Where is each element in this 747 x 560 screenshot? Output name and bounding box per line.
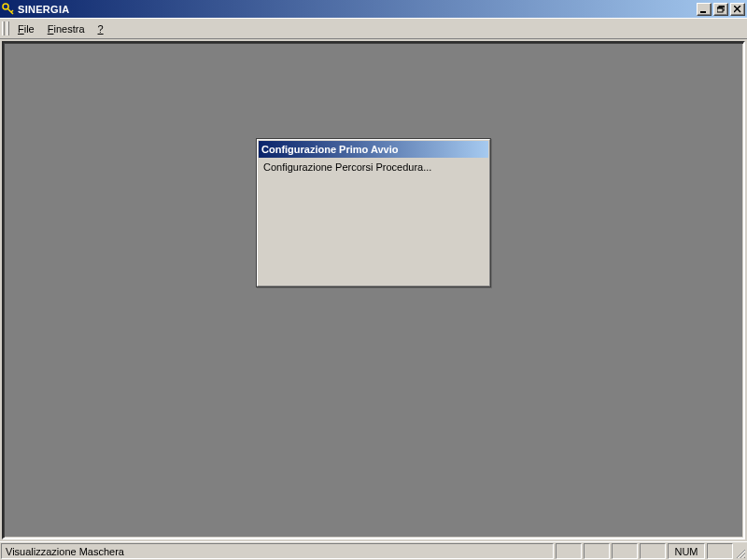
menubar: File Finestra ?: [0, 18, 747, 39]
statusbar: Visualizzazione Maschera NUM: [0, 541, 747, 560]
status-num-panel: NUM: [668, 543, 705, 559]
menubar-grip[interactable]: [2, 21, 5, 35]
svg-rect-7: [717, 7, 723, 9]
menubar-grip-2[interactable]: [7, 21, 9, 35]
titlebar: SINERGIA: [0, 0, 747, 18]
mdi-client-area: Configurazione Primo Avvio Configurazion…: [2, 41, 745, 539]
config-percorsi-link[interactable]: Configurazione Percorsi Procedura...: [263, 161, 431, 173]
svg-rect-5: [719, 6, 725, 7]
resize-grip[interactable]: [734, 542, 747, 560]
app-key-icon: [2, 3, 15, 16]
svg-rect-3: [700, 11, 706, 13]
menu-finestra[interactable]: Finestra: [41, 21, 92, 36]
menu-file[interactable]: File: [11, 21, 41, 36]
svg-line-2: [11, 10, 13, 12]
status-num-text: NUM: [674, 546, 698, 557]
svg-line-14: [744, 557, 745, 558]
status-panel-3: [612, 543, 638, 559]
status-panel-1: [556, 543, 582, 559]
child-window-body: Configurazione Percorsi Procedura...: [258, 159, 489, 175]
status-text: Visualizzazione Maschera: [6, 546, 124, 557]
child-window-title[interactable]: Configurazione Primo Avvio: [259, 141, 488, 158]
restore-button[interactable]: [713, 3, 728, 16]
window-controls: [697, 3, 747, 16]
window-title: SINERGIA: [18, 4, 70, 15]
status-panel-4: [640, 543, 666, 559]
child-window-config: Configurazione Primo Avvio Configurazion…: [256, 138, 491, 287]
menu-help[interactable]: ?: [92, 21, 110, 36]
minimize-button[interactable]: [697, 3, 712, 16]
status-main-panel: Visualizzazione Maschera: [1, 543, 554, 559]
status-panel-6: [707, 543, 733, 559]
close-button[interactable]: [730, 3, 745, 16]
status-panel-2: [584, 543, 610, 559]
svg-line-10: [737, 550, 745, 558]
